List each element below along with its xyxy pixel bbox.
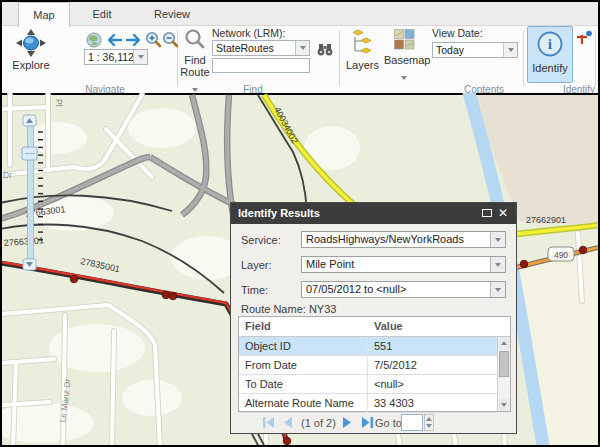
close-icon[interactable]: ✕	[497, 206, 509, 220]
basemap-button[interactable]: Basemap	[384, 29, 424, 87]
service-label: Service:	[241, 234, 281, 246]
first-page-icon[interactable]	[262, 416, 275, 431]
pagination-bar: (1 of 2) Go to:	[231, 414, 516, 432]
time-label: Time:	[241, 284, 268, 296]
scale-value: 1 : 36,112	[85, 51, 133, 63]
network-lrm-label: Network (LRM):	[212, 27, 286, 39]
field-column-header[interactable]: Field	[245, 320, 271, 332]
binoculars-icon[interactable]	[316, 41, 334, 61]
goto-spinner[interactable]	[424, 414, 434, 431]
layer-combo[interactable]: Mile Point	[301, 256, 506, 273]
layer-label: Layer:	[241, 259, 272, 271]
svg-text:i: i	[548, 37, 552, 52]
explore-button[interactable]: Explore	[8, 28, 54, 84]
layers-button[interactable]: Layers	[346, 29, 378, 79]
zoom-out-icon[interactable]	[162, 31, 179, 52]
route-name-value: NY33	[309, 303, 337, 315]
find-route-input[interactable]	[212, 58, 310, 73]
cell-value: 33 4303	[374, 397, 414, 409]
find-route-magnifier-icon	[184, 36, 206, 53]
table-row[interactable]: To Date <null>	[239, 375, 497, 394]
identify-route-locations-icon[interactable]	[576, 30, 593, 50]
route-name-line: Route Name: NY33	[241, 303, 336, 315]
scale-combo[interactable]: 1 : 36,112	[84, 49, 148, 65]
scroll-up-arrow[interactable]	[498, 337, 510, 349]
table-row[interactable]: Object ID 551	[239, 337, 497, 356]
cell-field: Alternate Route Name	[245, 397, 354, 409]
scrollbar-thumb[interactable]	[499, 351, 509, 377]
attributes-table: Field Value Object ID 551 From Date 7/5/…	[238, 316, 511, 412]
view-date-combo-arrow[interactable]	[503, 43, 517, 57]
tab-review[interactable]: Review	[142, 2, 202, 26]
identify-circle-i-icon: i	[536, 44, 564, 61]
find-route-button[interactable]: Find Route	[180, 28, 210, 86]
network-combo[interactable]: StateRoutes	[212, 40, 310, 56]
network-combo-arrow[interactable]	[295, 41, 309, 55]
dialog-title: Identify Results	[238, 207, 320, 219]
basemap-icon	[394, 36, 415, 53]
basemap-label: Basemap	[384, 54, 424, 66]
view-date-value: Today	[433, 44, 503, 56]
cell-field: Object ID	[245, 340, 291, 352]
dialog-title-bar[interactable]: Identify Results	[231, 203, 516, 224]
ribbon-tab-bar: Map Edit Review	[2, 2, 598, 26]
time-value: 07/05/2012 to <null>	[302, 282, 490, 297]
group-divider	[339, 30, 340, 86]
find-route-label-1: Find	[180, 54, 210, 66]
layers-label: Layers	[346, 59, 378, 71]
scroll-down-arrow[interactable]	[498, 399, 510, 411]
service-combo[interactable]: RoadsHighways/NewYorkRoads	[301, 231, 506, 248]
tab-map[interactable]: Map	[18, 2, 70, 27]
svg-text:27662901: 27662901	[526, 215, 566, 225]
network-value: StateRoutes	[213, 42, 295, 54]
page-info: (1 of 2)	[301, 417, 336, 429]
goto-input[interactable]	[401, 414, 423, 431]
last-page-icon[interactable]	[361, 416, 374, 431]
spinner-down-arrow[interactable]	[426, 424, 432, 428]
cell-field: From Date	[245, 359, 297, 371]
view-date-combo[interactable]: Today	[432, 42, 518, 58]
slider-track[interactable]	[28, 126, 34, 259]
service-value: RoadsHighways/NewYorkRoads	[302, 232, 490, 247]
service-combo-arrow[interactable]	[490, 232, 505, 247]
table-row[interactable]: Alternate Route Name 33 4303	[239, 394, 497, 413]
application-window: Map Edit Review	[0, 0, 600, 447]
identify-button-label: Identify	[528, 62, 572, 74]
next-page-icon[interactable]	[342, 416, 353, 431]
scale-combo-arrow[interactable]	[133, 50, 147, 64]
find-route-label-2: Route	[180, 66, 210, 78]
group-divider	[595, 30, 596, 86]
identify-results-dialog: Identify Results ✕ Service: RoadsHighway…	[230, 202, 517, 434]
time-combo-arrow[interactable]	[490, 282, 505, 297]
cell-value: <null>	[374, 378, 404, 390]
layer-value: Mile Point	[302, 257, 490, 272]
ribbon-body: Explore	[2, 26, 598, 93]
value-column-header[interactable]: Value	[374, 320, 403, 332]
svg-text:Pl: Pl	[54, 99, 64, 107]
time-combo[interactable]: 07/05/2012 to <null>	[301, 281, 506, 298]
table-row[interactable]: From Date 7/5/2012	[239, 356, 497, 375]
find-route-dropdown-arrow[interactable]	[192, 88, 198, 92]
explore-label: Explore	[8, 59, 54, 71]
spinner-up-arrow[interactable]	[426, 417, 432, 421]
maximize-icon[interactable]	[482, 209, 492, 217]
table-header-row: Field Value	[239, 317, 510, 337]
svg-text:490: 490	[554, 250, 568, 260]
layers-icon	[350, 41, 374, 58]
route-name-label: Route Name:	[241, 303, 306, 315]
cell-value: 551	[374, 340, 392, 352]
svg-text:Dr: Dr	[3, 170, 12, 180]
cell-value: 7/5/2012	[374, 359, 417, 371]
previous-page-icon[interactable]	[282, 416, 293, 431]
identify-button[interactable]: i Identify	[527, 26, 573, 83]
group-divider	[523, 30, 524, 86]
basemap-dropdown-arrow[interactable]	[401, 76, 407, 80]
table-scrollbar[interactable]	[497, 337, 510, 411]
view-date-label: View Date:	[432, 27, 483, 39]
tab-edit[interactable]: Edit	[74, 2, 130, 26]
layer-combo-arrow[interactable]	[490, 257, 505, 272]
route-shield-490: 490	[548, 247, 574, 261]
ribbon: Map Edit Review	[2, 2, 598, 93]
cell-field: To Date	[245, 378, 283, 390]
